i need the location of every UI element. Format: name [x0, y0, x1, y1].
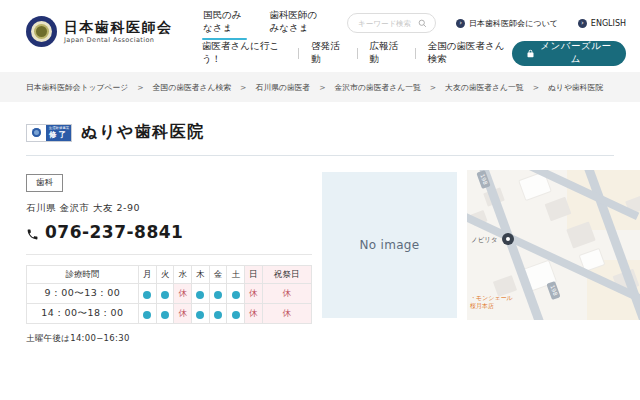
- hours-header-cell: 木: [192, 266, 210, 284]
- phone-icon: [26, 226, 39, 239]
- open-dot-icon: [161, 291, 169, 299]
- search-icon[interactable]: [418, 19, 427, 28]
- header-bottom-row: 歯医者さんに行こう！啓発活動広報活動全国の歯医者さん検索 メンバーズルーム: [202, 39, 626, 67]
- jda-emblem-icon: [26, 16, 57, 47]
- hours-row: 14：00〜18：00休休休: [27, 304, 312, 324]
- open-cell: [209, 284, 227, 304]
- nav-divider: [415, 48, 416, 59]
- open-cell: [227, 284, 245, 304]
- open-cell: [192, 304, 210, 324]
- map-pin-icon[interactable]: [502, 233, 514, 245]
- map-poi-orange-line1: ・モンシェール: [470, 294, 513, 302]
- logo-subtitle: Japan Dental Association: [64, 36, 173, 44]
- clinic-info-column: 歯科 石川県 金沢市 大友 2-90 076-237-8841 診療時間月火水木…: [26, 170, 312, 345]
- lock-icon: [526, 49, 535, 58]
- badge-completed-label: 修了: [49, 131, 68, 139]
- open-cell: [209, 304, 227, 324]
- breadcrumb-item[interactable]: 石川県の歯医者: [255, 82, 310, 93]
- secondary-nav-item[interactable]: 広報活動: [370, 40, 403, 66]
- closed-cell: 休: [245, 284, 263, 304]
- hours-header-cell: 火: [156, 266, 174, 284]
- title-divider: [26, 155, 614, 156]
- logo-text: 日本歯科医師会 Japan Dental Association: [64, 19, 173, 45]
- secondary-nav: 歯医者さんに行こう！啓発活動広報活動全国の歯医者さん検索: [202, 40, 512, 66]
- members-room-button[interactable]: メンバーズルーム: [512, 41, 626, 66]
- breadcrumb-separator: >: [533, 83, 539, 92]
- open-dot-icon: [196, 311, 204, 319]
- map-poi-label: ノビリタ: [471, 236, 498, 245]
- breadcrumb-separator: >: [240, 83, 246, 92]
- english-link[interactable]: › ENGLISH: [578, 19, 626, 28]
- breadcrumb-separator: >: [319, 83, 325, 92]
- open-dot-icon: [232, 311, 240, 319]
- header-right: 国民のみなさま 歯科医師のみなさま › 日本歯科医師会について › ENGLIS…: [202, 9, 626, 67]
- open-cell: [139, 304, 157, 324]
- open-dot-icon: [161, 311, 169, 319]
- hours-note: 土曜午後は14:00−16:30: [26, 333, 312, 345]
- breadcrumb-separator: >: [430, 83, 436, 92]
- phone-number[interactable]: 076-237-8841: [45, 222, 183, 242]
- closed-cell: 休: [262, 304, 311, 324]
- breadcrumb-item[interactable]: 大友の歯医者さん一覧: [445, 82, 524, 93]
- hours-row: 9：00〜13：00休休休: [27, 284, 312, 304]
- open-dot-icon: [214, 291, 222, 299]
- category-tag: 歯科: [26, 174, 63, 192]
- keyword-search-box[interactable]: [347, 13, 436, 33]
- time-slot-cell: 14：00〜18：00: [27, 304, 139, 324]
- hours-header-cell: 診療時間: [27, 266, 139, 284]
- badge-text: 生涯研修事業 修了: [46, 125, 71, 141]
- open-dot-icon: [214, 311, 222, 319]
- secondary-nav-item[interactable]: 啓発活動: [311, 40, 344, 66]
- map-poi-orange-line2: 桜月本店: [470, 302, 513, 310]
- closed-cell: 休: [174, 284, 192, 304]
- about-jda-label: 日本歯科医師会について: [469, 18, 558, 29]
- open-cell: [227, 304, 245, 324]
- breadcrumb-item: ぬりや歯科医院: [548, 82, 603, 93]
- site-logo[interactable]: 日本歯科医師会 Japan Dental Association: [26, 16, 202, 47]
- badge-emblem-icon: [32, 128, 41, 137]
- closed-cell: 休: [262, 284, 311, 304]
- breadcrumb: 日本歯科医師会トップページ>全国の歯医者さん検索>石川県の歯医者>金沢市の歯医者…: [26, 82, 603, 93]
- hours-table: 診療時間月火水木金土日祝祭日 9：00〜13：00休休休14：00〜18：00休…: [26, 265, 312, 324]
- hours-header-cell: 祝祭日: [262, 266, 311, 284]
- secondary-nav-item[interactable]: 全国の歯医者さん検索: [428, 40, 512, 66]
- phone-row: 076-237-8841: [26, 222, 312, 242]
- english-label: ENGLISH: [591, 19, 626, 28]
- badge-emblem: [27, 125, 46, 141]
- secondary-nav-item[interactable]: 歯医者さんに行こう！: [202, 40, 286, 66]
- closed-cell: 休: [174, 304, 192, 324]
- breadcrumb-item[interactable]: 金沢市の歯医者さん一覧: [334, 82, 420, 93]
- clinic-address: 石川県 金沢市 大友 2-90: [26, 202, 312, 215]
- clinic-map[interactable]: 198 198 ノビリタ ・モンシェール 桜月本店: [467, 170, 640, 320]
- lifelong-training-badge: 生涯研修事業 修了: [26, 124, 72, 142]
- badge-program-label: 生涯研修事業: [48, 127, 68, 130]
- hours-header-row: 診療時間月火水木金土日祝祭日: [27, 266, 312, 284]
- logo-title: 日本歯科医師会: [64, 19, 173, 36]
- hours-header-cell: 金: [209, 266, 227, 284]
- header-top-row: 国民のみなさま 歯科医師のみなさま › 日本歯科医師会について › ENGLIS…: [202, 9, 626, 37]
- breadcrumb-bar: 日本歯科医師会トップページ>全国の歯医者さん検索>石川県の歯医者>金沢市の歯医者…: [0, 72, 640, 102]
- hours-header-cell: 月: [139, 266, 157, 284]
- open-dot-icon: [143, 311, 151, 319]
- circle-arrow-icon: ›: [578, 19, 587, 28]
- tab-dentists[interactable]: 歯科医師のみなさま: [269, 4, 326, 42]
- hours-header-cell: 日: [245, 266, 263, 284]
- open-cell: [139, 284, 157, 304]
- main-content: 生涯研修事業 修了 ぬりや歯科医院 歯科 石川県 金沢市 大友 2-90 076…: [0, 102, 640, 345]
- nav-divider: [298, 48, 299, 59]
- open-cell: [156, 304, 174, 324]
- about-jda-link[interactable]: › 日本歯科医師会について: [456, 18, 558, 29]
- nav-divider: [357, 48, 358, 59]
- no-image-placeholder: No image: [322, 172, 457, 318]
- breadcrumb-item[interactable]: 日本歯科医師会トップページ: [26, 82, 128, 93]
- tab-citizens[interactable]: 国民のみなさま: [202, 4, 247, 42]
- open-cell: [156, 284, 174, 304]
- circle-arrow-icon: ›: [456, 19, 465, 28]
- breadcrumb-item[interactable]: 全国の歯医者さん検索: [153, 82, 232, 93]
- open-cell: [192, 284, 210, 304]
- breadcrumb-separator: >: [137, 83, 143, 92]
- open-dot-icon: [232, 291, 240, 299]
- time-slot-cell: 9：00〜13：00: [27, 284, 139, 304]
- search-input[interactable]: [356, 18, 418, 29]
- clinic-title-row: 生涯研修事業 修了 ぬりや歯科医院: [26, 122, 614, 143]
